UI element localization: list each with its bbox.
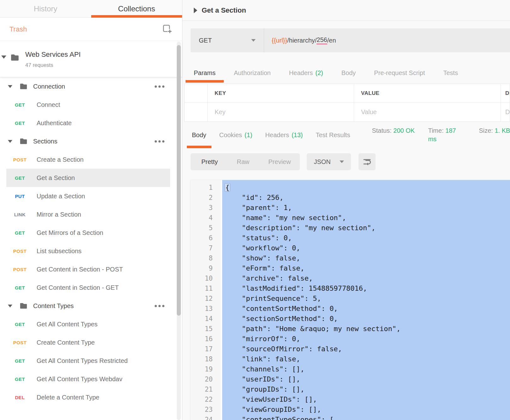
- url-variable: {{url}}: [272, 37, 287, 44]
- tab-response-body[interactable]: Body: [192, 122, 206, 148]
- line-number: 4: [190, 213, 221, 223]
- folder-row-content-types[interactable]: Content Types: [0, 297, 182, 315]
- request-row-mirror-a-section[interactable]: LINKMirror a Section: [0, 205, 182, 224]
- wrap-lines-button[interactable]: [359, 153, 376, 170]
- code-line: {: [225, 183, 510, 193]
- wrap-text-icon: [362, 157, 372, 166]
- params-key-cell: [208, 103, 354, 122]
- view-mode-pretty[interactable]: Pretty: [201, 158, 218, 166]
- response-body-editor[interactable]: 123456789101112131415161718192021222324 …: [190, 180, 510, 420]
- code-line: "workflow": 0,: [225, 243, 510, 253]
- trash-link[interactable]: Trash: [9, 25, 27, 33]
- request-label: Create a Section: [37, 156, 84, 163]
- tab-params[interactable]: Params: [194, 63, 216, 83]
- folder-label: Connection: [33, 83, 65, 90]
- url-highlighted-segment: 256: [317, 36, 327, 44]
- line-number: 6: [190, 233, 221, 243]
- collection-header[interactable]: Web Services API 47 requests: [0, 41, 182, 77]
- code-line: "lastModified": 1548859778016,: [225, 283, 510, 294]
- params-row-checkbox-cell[interactable]: [185, 103, 208, 122]
- sidebar-scrollbar-thumb[interactable]: [177, 45, 181, 316]
- chevron-down-icon[interactable]: [8, 85, 12, 88]
- code-line: "link": false,: [225, 354, 510, 364]
- tab-response-headers[interactable]: Headers(13): [265, 122, 303, 148]
- request-row-get-all-content-types-restricted[interactable]: GETGet All Content Types Restricted: [0, 352, 182, 370]
- headers-count-badge: (2): [315, 69, 323, 77]
- method-badge: GET: [8, 322, 32, 327]
- request-label: Update a Section: [37, 193, 85, 200]
- chevron-down-icon: [251, 39, 256, 42]
- time-badge: Time: 187 ms: [428, 126, 463, 143]
- request-label: Get Content in Section - GET: [37, 284, 119, 291]
- request-row-get-all-content-types-webdav[interactable]: GETGet All Content Types Webdav: [0, 370, 182, 388]
- line-number: 17: [190, 344, 221, 354]
- view-mode-raw[interactable]: Raw: [237, 158, 249, 166]
- tab-collections[interactable]: Collections: [91, 0, 182, 18]
- method-select[interactable]: GET: [191, 28, 264, 52]
- request-row-delete-a-content-type[interactable]: DELDelete a Content Type: [0, 388, 182, 406]
- code-line: "id": 256,: [225, 193, 510, 203]
- tab-pre-request-script[interactable]: Pre-request Script: [374, 63, 425, 83]
- response-json-selected-text[interactable]: { "id": 256, "parent": 1, "name": "my ne…: [222, 180, 510, 420]
- line-number: 24: [190, 415, 221, 420]
- tab-authorization[interactable]: Authorization: [234, 63, 271, 83]
- request-row-get-all-content-types[interactable]: GETGet All Content Types: [0, 315, 182, 333]
- request-label: Get Mirrors of a Section: [37, 229, 103, 236]
- request-row-get-content-in-section-get[interactable]: GETGet Content in Section - GET: [0, 278, 182, 297]
- description-input[interactable]: [505, 108, 510, 116]
- method-badge: PUT: [8, 194, 32, 199]
- tab-headers[interactable]: Headers(2): [289, 63, 323, 83]
- request-row-list-subsections[interactable]: POSTList subsections: [0, 242, 182, 260]
- request-label: Create Content Type: [37, 339, 95, 346]
- request-row-get-mirrors-of-a-section[interactable]: GETGet Mirrors of a Section: [0, 224, 182, 242]
- request-row-create-a-section[interactable]: POSTCreate a Section: [0, 150, 182, 169]
- request-row-get-a-section[interactable]: GETGet a Section: [0, 169, 182, 187]
- value-input[interactable]: [361, 108, 501, 116]
- line-number: 1: [190, 183, 221, 193]
- new-collection-icon[interactable]: [162, 23, 173, 35]
- line-number: 20: [190, 374, 221, 384]
- line-number: 21: [190, 384, 221, 394]
- sidebar-toolbar: Trash: [0, 18, 182, 41]
- folder-icon: [19, 302, 28, 310]
- folder-row-sections[interactable]: Sections: [0, 132, 182, 150]
- request-row-update-a-section[interactable]: PUTUpdate a Section: [0, 187, 182, 205]
- code-line: "viewGroupIDs": [],: [225, 405, 510, 415]
- tab-test-results[interactable]: Test Results: [316, 122, 350, 148]
- code-line: "sourceOfMirror": false,: [225, 344, 510, 354]
- more-options-icon[interactable]: [155, 85, 164, 88]
- url-input[interactable]: {{url}}/hierarchy/256/en: [264, 28, 510, 52]
- request-row-get-content-in-section-post[interactable]: POSTGet Content in Section - POST: [0, 260, 182, 278]
- response-meta: Status: 200 OK Time: 187 ms Size: 1. KB: [372, 126, 510, 143]
- more-options-icon[interactable]: [155, 140, 164, 143]
- view-mode-preview[interactable]: Preview: [268, 158, 291, 166]
- collapse-caret-icon[interactable]: [194, 8, 197, 13]
- request-row-create-content-type[interactable]: POSTCreate Content Type: [0, 333, 182, 352]
- tab-body[interactable]: Body: [341, 63, 356, 83]
- line-number: 7: [190, 243, 221, 253]
- tab-tests[interactable]: Tests: [443, 63, 458, 83]
- chevron-down-icon[interactable]: [8, 305, 12, 307]
- code-line: "description": "my new section",: [225, 223, 510, 233]
- params-table: KEY VALUE DESCRIPTION: [184, 84, 510, 122]
- folder-label: Content Types: [33, 302, 74, 310]
- chevron-down-icon[interactable]: [1, 55, 6, 59]
- line-number: 9: [190, 263, 221, 273]
- tab-cookies[interactable]: Cookies(1): [219, 122, 252, 148]
- collection-folder-icon: [10, 53, 20, 62]
- language-select[interactable]: JSON: [307, 153, 351, 170]
- collection-request-count: 47 requests: [25, 62, 81, 69]
- size-badge: Size: 1. KB: [479, 126, 510, 143]
- code-line: "name": "my new section",: [225, 213, 510, 223]
- code-line: "contentSortMethod": 0,: [225, 304, 510, 314]
- request-row-connect[interactable]: GETConnect: [0, 96, 182, 114]
- request-row-authenticate[interactable]: GETAuthenticate: [0, 114, 182, 132]
- chevron-down-icon[interactable]: [8, 140, 12, 143]
- method-badge: GET: [8, 120, 32, 126]
- folder-row-connection[interactable]: Connection: [0, 77, 182, 96]
- code-line: "path": "Home &raquo; my new section",: [225, 324, 510, 334]
- more-options-icon[interactable]: [155, 305, 164, 307]
- tab-history[interactable]: History: [0, 0, 91, 18]
- key-input[interactable]: [215, 108, 354, 116]
- method-badge: LINK: [8, 212, 32, 217]
